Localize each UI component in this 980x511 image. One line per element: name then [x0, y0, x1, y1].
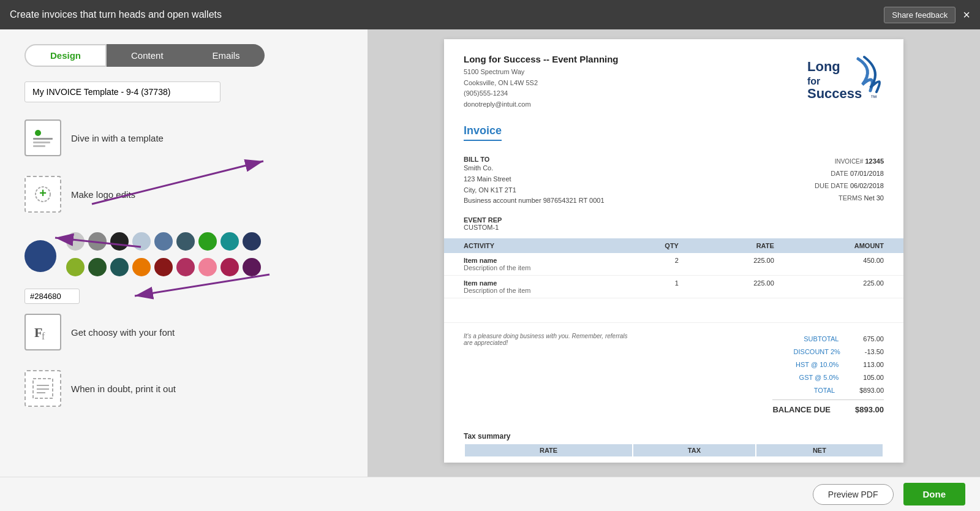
svg-text:f: f: [42, 331, 45, 341]
inv-label: INVOICE#: [835, 158, 864, 165]
share-feedback-button[interactable]: Share feedback: [884, 7, 956, 23]
color-swatch-dkgreen[interactable]: [88, 258, 107, 276]
footer-bar: Preview PDF Done: [0, 477, 980, 511]
col-amount: AMOUNT: [794, 238, 903, 253]
header-title: Create invoices that turn heads and open…: [10, 9, 222, 20]
feature-font[interactable]: F f Get choosy with your font: [24, 314, 343, 350]
feature-font-label: Get choosy with your font: [71, 327, 175, 338]
color-swatch-purple[interactable]: [243, 258, 261, 276]
totals-section: SUBTOTAL 675.00 DISCOUNT 2% -13.50 HST @…: [772, 333, 884, 417]
svg-rect-11: [37, 392, 45, 393]
svg-rect-10: [37, 388, 49, 390]
color-swatch-maroon[interactable]: [176, 258, 195, 276]
invoice-title-section: Invoice: [444, 119, 903, 156]
color-row-main: [24, 232, 343, 280]
invoice-header: Long for Success -- Event Planning 5100 …: [444, 39, 903, 119]
color-swatch-darknavy[interactable]: [243, 232, 261, 251]
color-swatch-gray2[interactable]: [88, 232, 107, 251]
color-selected-swatch[interactable]: [24, 240, 56, 272]
svg-point-0: [35, 130, 41, 136]
col-rate: RATE: [698, 238, 794, 253]
color-swatch-lime[interactable]: [66, 258, 85, 276]
due-date-row: DUE DATE 06/02/2018: [815, 182, 884, 189]
done-button[interactable]: Done: [903, 483, 966, 505]
line-item-1: Item name Description of the item 2 225.…: [444, 253, 903, 276]
spacer-row: [444, 298, 903, 322]
svg-text:+: +: [39, 186, 47, 200]
invoice-label: Invoice: [464, 124, 502, 141]
tab-design[interactable]: Design: [24, 44, 107, 67]
company-info-block: Long for Success -- Event Planning 5100 …: [464, 54, 619, 110]
template-name-input[interactable]: [24, 81, 221, 102]
discount-row: DISCOUNT 2% -13.50: [772, 346, 884, 358]
event-rep-value: CUSTOM-1: [464, 224, 884, 231]
font-icon-svg: F f: [32, 321, 54, 343]
hst-row: HST @ 10.0% 113.00: [772, 358, 884, 371]
tabs: Design Content Emails: [24, 44, 343, 67]
invoice-number-label: INVOICE# 12345: [835, 157, 884, 165]
color-swatch-teal[interactable]: [176, 232, 195, 251]
color-hex-input[interactable]: [24, 289, 80, 304]
tax-summary-section: Tax summary RATE TAX NET: [444, 427, 903, 463]
balance-due-row: BALANCE DUE $893.00: [772, 399, 884, 418]
header: Create invoices that turn heads and open…: [0, 0, 980, 29]
color-swatch-green[interactable]: [198, 232, 217, 251]
svg-rect-1: [33, 138, 53, 140]
tax-table: RATE TAX NET: [464, 443, 884, 458]
print-icon-svg: [31, 376, 55, 401]
tab-emails[interactable]: Emails: [188, 44, 265, 67]
event-rep-label: EVENT REP: [464, 216, 884, 224]
color-swatch-black[interactable]: [110, 232, 129, 251]
template-icon: [24, 119, 61, 156]
right-panel: Long for Success -- Event Planning 5100 …: [368, 29, 980, 477]
item-2-amount: 225.00: [794, 275, 903, 298]
color-swatch-gray1[interactable]: [66, 232, 85, 251]
company-address: 5100 Spectrum Way Cooksville, ON L4W 5S2…: [464, 67, 619, 110]
color-swatch-darkred[interactable]: [154, 258, 173, 276]
svg-text:™: ™: [870, 94, 877, 101]
feature-print[interactable]: When in doubt, print it out: [24, 370, 343, 407]
bill-to-info: Smith Co. 123 Main Street City, ON K1T 2…: [464, 163, 605, 206]
subtotal-row: SUBTOTAL 675.00: [772, 333, 884, 346]
svg-text:for: for: [807, 76, 820, 86]
feature-template[interactable]: Dive in with a template: [24, 119, 343, 156]
tab-content[interactable]: Content: [107, 44, 188, 67]
event-rep-section: EVENT REP CUSTOM-1: [444, 214, 903, 238]
color-swatch-medblue[interactable]: [154, 232, 173, 251]
tax-summary-label: Tax summary: [464, 432, 884, 441]
item-2-name-desc: Item name Description of the item: [444, 275, 614, 298]
svg-text:Long: Long: [807, 59, 840, 74]
logo-icon: +: [24, 176, 61, 213]
color-swatch-dkteal[interactable]: [110, 258, 129, 276]
item-2-qty: 1: [614, 275, 698, 298]
color-swatch-orange[interactable]: [132, 258, 151, 276]
col-activity: ACTIVITY: [444, 238, 614, 253]
tax-col-rate: RATE: [465, 444, 632, 456]
color-swatch-lightblue[interactable]: [132, 232, 151, 251]
color-swatch-darkteal[interactable]: [221, 232, 239, 251]
header-actions: Share feedback ×: [884, 7, 970, 23]
feature-logo[interactable]: + Make logo edits: [24, 176, 343, 213]
color-picker-section: [24, 232, 343, 304]
logo-svg: Long for Success ™: [804, 54, 884, 103]
logo-icon-svg: +: [32, 183, 54, 205]
preview-pdf-button[interactable]: Preview PDF: [813, 484, 894, 505]
template-icon-svg: [32, 127, 54, 149]
color-row-2: [66, 258, 261, 276]
gst-row: GST @ 5.0% 105.00: [772, 371, 884, 384]
invoice-meta: INVOICE# 12345 DATE 07/01/2018 DUE DATE …: [815, 156, 884, 206]
close-button[interactable]: ×: [963, 9, 970, 21]
tax-col-net: NET: [756, 444, 883, 456]
color-swatch-pink[interactable]: [198, 258, 217, 276]
bill-to-label: BILL TO: [464, 156, 605, 163]
svg-rect-3: [33, 145, 45, 147]
feature-template-label: Dive in with a template: [71, 133, 164, 143]
color-row-1: [66, 232, 261, 251]
feature-logo-label: Make logo edits: [71, 189, 135, 200]
main-container: Design Content Emails Dive in with a tem…: [0, 29, 980, 477]
company-logo: Long for Success ™: [804, 54, 884, 103]
tax-col-tax: TAX: [633, 444, 755, 456]
color-swatch-darkpink[interactable]: [221, 258, 239, 276]
svg-text:Success: Success: [807, 86, 862, 101]
svg-rect-2: [33, 142, 50, 143]
